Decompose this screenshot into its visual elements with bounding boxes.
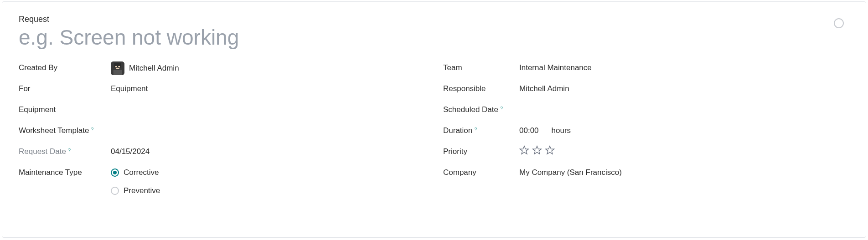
company-label: Company: [443, 166, 514, 179]
scheduled-date-label-text: Scheduled Date: [443, 103, 498, 116]
request-form-card: Request Created By: [2, 1, 866, 238]
help-icon[interactable]: ?: [91, 123, 93, 136]
scheduled-date-label: Scheduled Date ?: [443, 103, 514, 117]
svg-marker-9: [546, 146, 554, 154]
for-value[interactable]: Equipment: [111, 82, 425, 95]
radio-corrective[interactable]: Corrective: [111, 166, 160, 179]
radio-corrective-label: Corrective: [124, 166, 159, 179]
company-field: Company My Company (San Francisco): [443, 164, 849, 185]
svg-marker-8: [533, 146, 541, 154]
help-icon[interactable]: ?: [474, 123, 477, 136]
equipment-field: Equipment: [19, 102, 425, 123]
form-section-label: Request: [19, 15, 849, 24]
help-icon[interactable]: ?: [500, 102, 503, 115]
left-column: Created By Mitchell Admin: [19, 60, 425, 199]
radio-icon: [111, 187, 119, 195]
created-by-field: Created By Mitchell Admin: [19, 60, 425, 81]
form-columns: Created By Mitchell Admin: [19, 60, 849, 199]
responsible-label: Responsible: [443, 82, 514, 95]
created-by-label: Created By: [19, 61, 105, 74]
worksheet-template-label-text: Worksheet Template: [19, 124, 89, 137]
scheduled-date-field: Scheduled Date ?: [443, 102, 849, 123]
priority-stars: [519, 145, 555, 155]
maintenance-type-label: Maintenance Type: [19, 166, 105, 179]
scheduled-date-underline: [519, 110, 849, 115]
star-icon[interactable]: [532, 145, 542, 155]
priority-label: Priority: [443, 145, 514, 158]
for-label: For: [19, 82, 105, 95]
for-field: For Equipment: [19, 81, 425, 102]
responsible-value[interactable]: Mitchell Admin: [519, 82, 849, 95]
maintenance-type-field: Maintenance Type Corrective Preventive: [19, 164, 425, 199]
team-field: Team Internal Maintenance: [443, 60, 849, 81]
worksheet-template-label: Worksheet Template ?: [19, 124, 105, 138]
request-date-label: Request Date ?: [19, 145, 105, 158]
responsible-field: Responsible Mitchell Admin: [443, 81, 849, 102]
radio-preventive-label: Preventive: [124, 184, 160, 197]
team-label: Team: [443, 61, 514, 74]
created-by-value[interactable]: Mitchell Admin: [111, 61, 425, 75]
equipment-label: Equipment: [19, 103, 105, 116]
svg-rect-6: [114, 70, 122, 75]
duration-label: Duration ?: [443, 124, 514, 138]
worksheet-template-field: Worksheet Template ?: [19, 123, 425, 143]
duration-value-wrap[interactable]: 00:00 hours: [519, 124, 849, 137]
radio-preventive[interactable]: Preventive: [111, 184, 160, 197]
priority-field: Priority: [443, 143, 849, 164]
created-by-name: Mitchell Admin: [129, 62, 179, 75]
right-column: Team Internal Maintenance Responsible Mi…: [443, 60, 849, 199]
scheduled-date-value[interactable]: [519, 103, 849, 115]
priority-value: [519, 145, 849, 155]
duration-field: Duration ? 00:00 hours: [443, 123, 849, 143]
duration-label-text: Duration: [443, 124, 472, 137]
company-value[interactable]: My Company (San Francisco): [519, 166, 849, 179]
star-icon[interactable]: [545, 145, 555, 155]
svg-marker-7: [520, 146, 528, 154]
maintenance-type-value: Corrective Preventive: [111, 166, 425, 197]
request-title-input[interactable]: [19, 25, 849, 50]
maintenance-type-radio-group: Corrective Preventive: [111, 166, 160, 197]
team-value[interactable]: Internal Maintenance: [519, 61, 849, 74]
radio-icon: [111, 169, 119, 177]
help-icon[interactable]: ?: [68, 144, 71, 157]
request-date-value[interactable]: 04/15/2024: [111, 145, 425, 158]
user-avatar-icon: [111, 61, 124, 75]
request-date-label-text: Request Date: [19, 145, 66, 158]
star-icon[interactable]: [519, 145, 529, 155]
duration-unit: hours: [552, 124, 571, 137]
duration-value: 00:00: [519, 124, 539, 137]
request-date-field: Request Date ? 04/15/2024: [19, 143, 425, 164]
kanban-state-indicator[interactable]: [834, 18, 844, 28]
